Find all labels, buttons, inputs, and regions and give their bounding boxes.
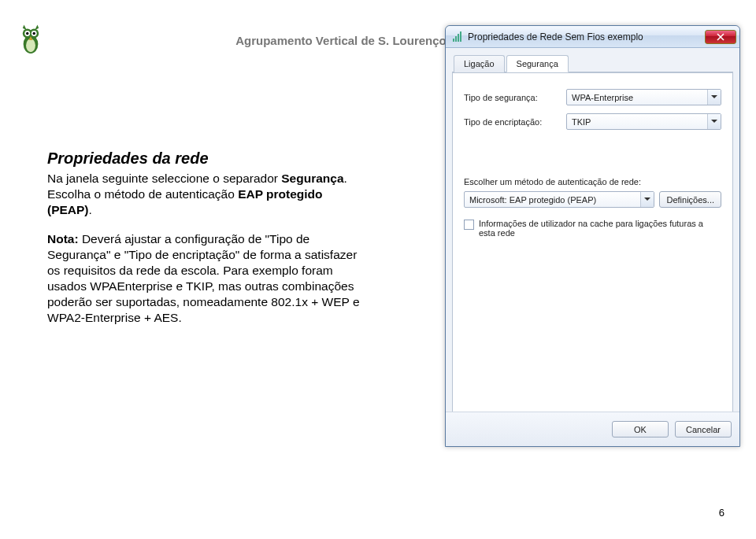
svg-rect-13 (458, 34, 459, 42)
wifi-bars-icon (452, 31, 463, 42)
tab-connection[interactable]: Ligação (454, 55, 505, 72)
article-body: Propriedades da rede Na janela seguinte … (47, 150, 362, 339)
svg-rect-14 (460, 31, 461, 42)
cache-credentials-row[interactable]: Informações de utilizador na cache para … (464, 219, 721, 238)
auth-method-label: Escolher um método de autenticação de re… (464, 177, 721, 186)
wifi-properties-dialog: Propriedades de Rede Sem Fios exemplo Li… (445, 25, 740, 447)
dialog-titlebar[interactable]: Propriedades de Rede Sem Fios exemplo (446, 26, 739, 48)
auth-method-combo[interactable]: Microsoft: EAP protegido (PEAP) (464, 191, 654, 208)
encryption-type-combo[interactable]: TKIP (566, 113, 721, 130)
dialog-footer: OK Cancelar (446, 412, 739, 446)
svg-rect-11 (453, 39, 454, 42)
cancel-button[interactable]: Cancelar (675, 421, 732, 437)
chevron-down-icon (707, 90, 721, 105)
security-type-label: Tipo de segurança: (464, 93, 566, 102)
definitions-button[interactable]: Definições... (659, 191, 721, 208)
ok-button[interactable]: OK (612, 421, 669, 437)
cache-credentials-checkbox[interactable] (464, 220, 474, 230)
security-type-value: WPA-Enterprise (572, 93, 633, 102)
dialog-tabs: Ligação Segurança (452, 54, 733, 72)
close-icon (717, 33, 724, 41)
article-note: Nota: Deverá ajustar a configuração de "… (47, 231, 362, 325)
page-number: 6 (719, 507, 724, 519)
close-button[interactable] (705, 30, 736, 44)
tab-security[interactable]: Segurança (506, 55, 569, 72)
security-panel: Tipo de segurança: WPA-Enterprise Tipo d… (452, 72, 733, 417)
svg-point-1 (26, 39, 35, 52)
svg-rect-12 (455, 36, 457, 42)
article-paragraph-1: Na janela seguinte seleccione o separado… (47, 171, 362, 217)
cache-credentials-label: Informações de utilizador na cache para … (479, 219, 721, 238)
auth-method-value: Microsoft: EAP protegido (PEAP) (469, 195, 596, 205)
encryption-type-value: TKIP (572, 117, 591, 127)
chevron-down-icon (640, 192, 654, 207)
owl-logo-icon (17, 24, 44, 57)
encryption-type-label: Tipo de encriptação: (464, 117, 566, 127)
svg-point-6 (26, 32, 28, 35)
chevron-down-icon (707, 114, 721, 129)
svg-point-7 (33, 32, 35, 35)
dialog-title: Propriedades de Rede Sem Fios exemplo (468, 31, 705, 42)
article-title: Propriedades da rede (47, 150, 362, 168)
security-type-combo[interactable]: WPA-Enterprise (566, 89, 721, 105)
svg-marker-9 (23, 24, 27, 30)
svg-marker-10 (35, 24, 39, 30)
